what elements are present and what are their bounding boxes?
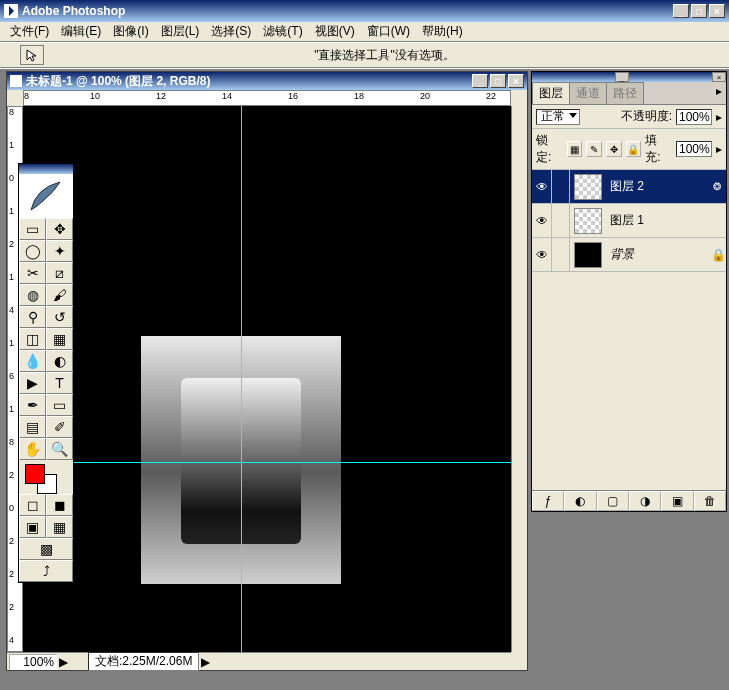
dodge-tool[interactable]: ◐ bbox=[46, 350, 73, 372]
panel-menu-button[interactable]: ▸ bbox=[712, 82, 726, 104]
healing-brush-tool[interactable]: ◍ bbox=[19, 284, 46, 306]
panel-close-button[interactable]: × bbox=[712, 72, 726, 82]
layer-row[interactable]: 👁图层 2❂ bbox=[532, 170, 726, 204]
guide-horizontal[interactable] bbox=[23, 462, 511, 463]
visibility-toggle[interactable]: 👁 bbox=[532, 204, 552, 237]
hand-tool[interactable]: ✋ bbox=[19, 438, 46, 460]
layer-thumbnail[interactable] bbox=[574, 174, 602, 200]
opacity-arrow-icon[interactable]: ▸ bbox=[716, 110, 722, 124]
document-info[interactable]: 文档:2.25M/2.06M bbox=[88, 652, 199, 671]
doc-close-button[interactable]: × bbox=[508, 74, 524, 88]
layer-thumbnail[interactable] bbox=[574, 242, 602, 268]
menu-edit[interactable]: 编辑(E) bbox=[55, 21, 107, 42]
fill-input[interactable]: 100% bbox=[676, 141, 712, 157]
link-column[interactable] bbox=[552, 238, 570, 271]
panel-grip[interactable]: _ × bbox=[532, 72, 726, 82]
eyedropper-tool[interactable]: ✐ bbox=[46, 416, 73, 438]
link-column[interactable] bbox=[552, 170, 570, 203]
menu-view[interactable]: 视图(V) bbox=[309, 21, 361, 42]
tools-palette-grip[interactable] bbox=[19, 164, 73, 174]
scrollbar-vertical[interactable] bbox=[511, 106, 527, 652]
layer-row[interactable]: 👁图层 1 bbox=[532, 204, 726, 238]
magic-wand-tool[interactable]: ✦ bbox=[46, 240, 73, 262]
adjustment-layer-button[interactable]: ◑ bbox=[629, 491, 661, 511]
close-button[interactable]: × bbox=[709, 4, 725, 18]
options-message: "直接选择工具"没有选项。 bbox=[314, 47, 455, 64]
quickmask-on[interactable]: ◼ bbox=[46, 494, 73, 516]
slice-tool[interactable]: ⧄ bbox=[46, 262, 73, 284]
layer-set-button[interactable]: ▢ bbox=[597, 491, 629, 511]
tab-paths[interactable]: 路径 bbox=[606, 82, 644, 104]
move-tool[interactable]: ✥ bbox=[46, 218, 73, 240]
layer-name[interactable]: 背景 bbox=[606, 246, 710, 263]
maximize-button[interactable]: □ bbox=[691, 4, 707, 18]
visibility-toggle[interactable]: 👁 bbox=[532, 238, 552, 271]
zoom-input[interactable]: 100% bbox=[9, 654, 57, 670]
menu-file[interactable]: 文件(F) bbox=[4, 21, 55, 42]
eraser-tool[interactable]: ◫ bbox=[19, 328, 46, 350]
notes-tool[interactable]: ▤ bbox=[19, 416, 46, 438]
foreground-color-swatch[interactable] bbox=[25, 464, 45, 484]
path-select-tool[interactable]: ▶ bbox=[19, 372, 46, 394]
gradient-tool[interactable]: ▦ bbox=[46, 328, 73, 350]
fill-arrow-icon[interactable]: ▸ bbox=[716, 142, 722, 156]
menu-filter[interactable]: 滤镜(T) bbox=[257, 21, 308, 42]
guide-vertical[interactable] bbox=[241, 106, 242, 652]
marquee-tool[interactable]: ▭ bbox=[19, 218, 46, 240]
menu-image[interactable]: 图像(I) bbox=[107, 21, 154, 42]
visibility-toggle[interactable]: 👁 bbox=[532, 170, 552, 203]
workspace: 未标题-1 @ 100% (图层 2, RGB/8) _ □ × 8101214… bbox=[0, 68, 729, 690]
history-brush-tool[interactable]: ↺ bbox=[46, 306, 73, 328]
clone-stamp-tool[interactable]: ⚲ bbox=[19, 306, 46, 328]
layer-fx-icon[interactable]: ❂ bbox=[708, 181, 726, 192]
crop-tool[interactable]: ✂ bbox=[19, 262, 46, 284]
pen-tool[interactable]: ✒ bbox=[19, 394, 46, 416]
layer-name[interactable]: 图层 2 bbox=[606, 178, 708, 195]
opacity-input[interactable]: 100% bbox=[676, 109, 712, 125]
layer-row[interactable]: 👁背景🔒 bbox=[532, 238, 726, 272]
canvas[interactable] bbox=[23, 106, 511, 652]
lock-position-button[interactable]: ✥ bbox=[606, 141, 622, 157]
lock-transparency-button[interactable]: ▦ bbox=[567, 141, 583, 157]
current-tool-indicator[interactable] bbox=[20, 45, 44, 65]
layers-panel: _ × 图层 通道 路径 ▸ 正常 不透明度: 100% ▸ 锁定: ▦ ✎ ✥… bbox=[531, 71, 727, 512]
panel-tabs: 图层 通道 路径 ▸ bbox=[532, 82, 726, 105]
menu-help[interactable]: 帮助(H) bbox=[416, 21, 469, 42]
ruler-horizontal[interactable]: 810121416182022 bbox=[23, 90, 511, 106]
menu-window[interactable]: 窗口(W) bbox=[361, 21, 416, 42]
tab-layers[interactable]: 图层 bbox=[532, 82, 570, 104]
screenmode-full-menubar[interactable]: ▦ bbox=[46, 516, 73, 538]
lock-all-button[interactable]: 🔒 bbox=[626, 141, 642, 157]
blur-tool[interactable]: 💧 bbox=[19, 350, 46, 372]
zoom-arrow-icon[interactable]: ▶ bbox=[59, 655, 68, 669]
panel-minimize-button[interactable]: _ bbox=[615, 72, 629, 82]
layer-thumbnail[interactable] bbox=[574, 208, 602, 234]
delete-layer-button[interactable]: 🗑 bbox=[694, 491, 726, 511]
layer-mask-button[interactable]: ◐ bbox=[564, 491, 596, 511]
link-column[interactable] bbox=[552, 204, 570, 237]
blend-mode-select[interactable]: 正常 bbox=[536, 109, 580, 125]
menu-layer[interactable]: 图层(L) bbox=[155, 21, 206, 42]
zoom-tool[interactable]: 🔍 bbox=[46, 438, 73, 460]
doc-maximize-button[interactable]: □ bbox=[490, 74, 506, 88]
tools-palette: ▭ ✥ ◯ ✦ ✂ ⧄ ◍ 🖌 ⚲ ↺ ◫ ▦ 💧 ◐ ▶ T ✒ ▭ ▤ ✐ … bbox=[18, 163, 74, 583]
type-tool[interactable]: T bbox=[46, 372, 73, 394]
fill-label: 填充: bbox=[645, 132, 672, 166]
jump-to-imageready[interactable]: ⤴ bbox=[19, 560, 73, 582]
quickmask-off[interactable]: ◻ bbox=[19, 494, 46, 516]
new-layer-button[interactable]: ▣ bbox=[661, 491, 693, 511]
menu-select[interactable]: 选择(S) bbox=[205, 21, 257, 42]
document-titlebar[interactable]: 未标题-1 @ 100% (图层 2, RGB/8) _ □ × bbox=[7, 72, 527, 90]
doc-minimize-button[interactable]: _ bbox=[472, 74, 488, 88]
lasso-tool[interactable]: ◯ bbox=[19, 240, 46, 262]
layer-name[interactable]: 图层 1 bbox=[606, 212, 726, 229]
layer-style-button[interactable]: ƒ bbox=[532, 491, 564, 511]
docinfo-arrow-icon[interactable]: ▶ bbox=[201, 655, 210, 669]
lock-pixels-button[interactable]: ✎ bbox=[586, 141, 602, 157]
minimize-button[interactable]: _ bbox=[673, 4, 689, 18]
brush-tool[interactable]: 🖌 bbox=[46, 284, 73, 306]
screenmode-standard[interactable]: ▣ bbox=[19, 516, 46, 538]
tab-channels[interactable]: 通道 bbox=[569, 82, 607, 104]
screenmode-full[interactable]: ▩ bbox=[19, 538, 73, 560]
shape-tool[interactable]: ▭ bbox=[46, 394, 73, 416]
